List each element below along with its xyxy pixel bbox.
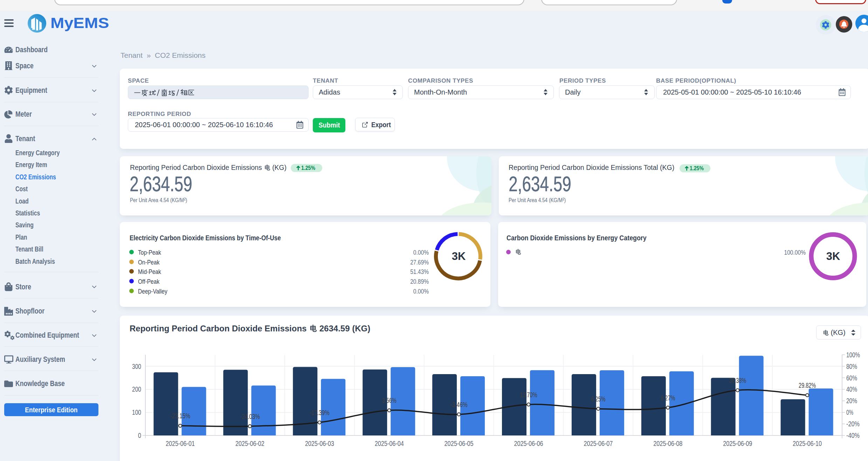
svg-text:6.25%: 6.25%	[591, 395, 605, 403]
svg-text:200: 200	[132, 385, 141, 393]
svg-text:0%: 0%	[846, 408, 853, 416]
svg-text:60%: 60%	[846, 374, 857, 382]
svg-text:-3.46%: -3.46%	[450, 401, 468, 408]
svg-text:2025-06-08: 2025-06-08	[653, 440, 682, 447]
svg-text:-17.39%: -17.39%	[310, 409, 330, 417]
svg-text:8.27%: 8.27%	[661, 394, 675, 402]
svg-text:100: 100	[132, 408, 141, 416]
svg-text:80%: 80%	[846, 363, 857, 370]
svg-text:2025-06-01: 2025-06-01	[166, 440, 195, 447]
svg-text:300: 300	[132, 363, 141, 370]
svg-text:13.70%: 13.70%	[520, 391, 537, 399]
svg-text:38.38%: 38.38%	[729, 377, 746, 384]
svg-text:29.82%: 29.82%	[799, 381, 816, 389]
svg-text:0: 0	[138, 432, 141, 439]
svg-text:100%: 100%	[846, 351, 860, 359]
svg-text:-23.15%: -23.15%	[170, 412, 190, 420]
svg-text:2025-06-03: 2025-06-03	[305, 440, 334, 447]
svg-text:-20%: -20%	[846, 420, 860, 428]
svg-text:-40%: -40%	[846, 432, 860, 439]
svg-text:3.56%: 3.56%	[382, 397, 397, 404]
svg-text:2025-06-02: 2025-06-02	[235, 440, 264, 447]
svg-text:-24.03%: -24.03%	[240, 413, 260, 420]
svg-text:40%: 40%	[846, 385, 857, 393]
svg-text:2025-06-05: 2025-06-05	[445, 440, 474, 447]
svg-text:20%: 20%	[846, 397, 857, 405]
svg-text:2025-06-07: 2025-06-07	[584, 440, 613, 447]
svg-text:2025-06-04: 2025-06-04	[375, 440, 404, 447]
svg-text:2025-06-09: 2025-06-09	[723, 440, 752, 447]
svg-text:2025-06-10: 2025-06-10	[793, 440, 822, 447]
svg-text:2025-06-06: 2025-06-06	[514, 440, 543, 447]
